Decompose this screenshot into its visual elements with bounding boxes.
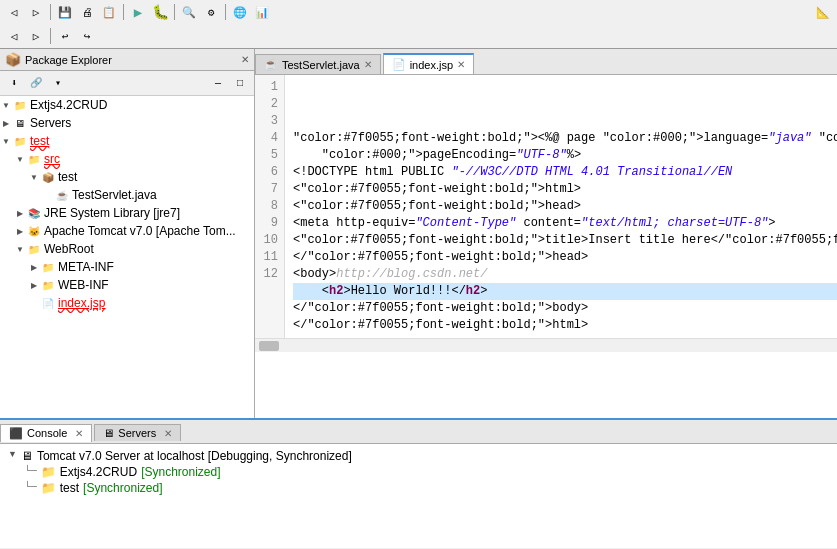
sidebar-minimize-btn[interactable]: — bbox=[208, 73, 228, 93]
console-item-text: Tomcat v7.0 Server at localhost [Debuggi… bbox=[37, 449, 352, 463]
line-number-2: 2 bbox=[261, 96, 278, 113]
toolbar-btn-4[interactable]: 🖨 bbox=[77, 2, 97, 22]
console-item-status: [Synchronized] bbox=[141, 465, 220, 479]
line-number-4: 4 bbox=[261, 130, 278, 147]
toolbar-btn-1[interactable]: ◁ bbox=[4, 2, 24, 22]
tree-item-5[interactable]: ▼📦test bbox=[0, 168, 254, 186]
bottom-tab-servers[interactable]: 🖥 Servers ✕ bbox=[94, 424, 181, 441]
package-explorer-icon: 📦 bbox=[5, 52, 21, 67]
bottom-tab-console[interactable]: ⬛ Console ✕ bbox=[0, 424, 92, 442]
code-line-3[interactable]: <!DOCTYPE html PUBLIC "-//W3C//DTD HTML … bbox=[293, 164, 837, 181]
toggle-icon[interactable]: ▶ bbox=[14, 209, 26, 218]
toggle-icon[interactable]: ▼ bbox=[0, 137, 12, 146]
sidebar-collapse-btn[interactable]: ⬇ bbox=[4, 73, 24, 93]
tree-item-4[interactable]: ▼📁 src bbox=[0, 150, 254, 168]
toolbar-btn-perspective[interactable]: 📐 bbox=[813, 2, 833, 22]
tree-item-3[interactable]: ▼📁 test bbox=[0, 132, 254, 150]
tab-close-icon[interactable]: ✕ bbox=[457, 59, 465, 70]
line-number-12: 12 bbox=[261, 266, 278, 283]
item-icon: 📁 bbox=[26, 151, 42, 167]
item-icon: 🐱 bbox=[26, 223, 42, 239]
tab-icon: 📄 bbox=[392, 58, 406, 71]
tab-close-icon[interactable]: ✕ bbox=[364, 59, 372, 70]
console-item-text: Extjs4.2CRUD bbox=[60, 465, 137, 479]
toggle-icon[interactable]: ▶ bbox=[14, 227, 26, 236]
sidebar-close-icon[interactable]: ✕ bbox=[241, 54, 249, 65]
toolbar-btn-run[interactable]: ▶ bbox=[128, 2, 148, 22]
toggle-icon[interactable]: ▼ bbox=[14, 245, 26, 254]
bottom-tab-close[interactable]: ✕ bbox=[164, 428, 172, 439]
item-label: WebRoot bbox=[44, 242, 94, 256]
toolbar-btn-7[interactable]: ⚙ bbox=[201, 2, 221, 22]
toolbar-btn-3[interactable]: 💾 bbox=[55, 2, 75, 22]
toolbar-btn-2[interactable]: ▷ bbox=[26, 2, 46, 22]
code-line-1[interactable]: "color:#7f0055;font-weight:bold;"><%@ pa… bbox=[293, 130, 837, 147]
toggle-icon[interactable]: ▼ bbox=[14, 155, 26, 164]
toolbar-btn-5[interactable]: 📋 bbox=[99, 2, 119, 22]
code-line-11[interactable]: </"color:#7f0055;font-weight:bold;">body… bbox=[293, 300, 837, 317]
toolbar-btn-forward[interactable]: ▷ bbox=[26, 26, 46, 46]
toolbar-btn-redo[interactable]: ↪ bbox=[77, 26, 97, 46]
code-line-6[interactable]: <meta http-equiv="Content-Type" content=… bbox=[293, 215, 837, 232]
code-line-8[interactable]: </"color:#7f0055;font-weight:bold;">head… bbox=[293, 249, 837, 266]
tab-label: TestServlet.java bbox=[282, 59, 360, 71]
line-number-6: 6 bbox=[261, 164, 278, 181]
sidebar-link-btn[interactable]: 🔗 bbox=[26, 73, 46, 93]
code-lines[interactable]: "color:#7f0055;font-weight:bold;"><%@ pa… bbox=[285, 75, 837, 338]
bottom-tab-icon: 🖥 bbox=[103, 427, 114, 439]
horizontal-scrollbar[interactable] bbox=[255, 338, 837, 352]
toolbar-btn-8[interactable]: 🌐 bbox=[230, 2, 250, 22]
tree-item-8[interactable]: ▶🐱Apache Tomcat v7.0 [Apache Tom... bbox=[0, 222, 254, 240]
toolbar-sep-3 bbox=[174, 4, 175, 20]
hscroll-thumb[interactable] bbox=[259, 341, 279, 351]
item-label: Apache Tomcat v7.0 [Apache Tom... bbox=[44, 224, 236, 238]
toggle-icon[interactable]: ▼ bbox=[28, 173, 40, 182]
tree-item-11[interactable]: ▶📁WEB-INF bbox=[0, 276, 254, 294]
tree-item-10[interactable]: ▶📁META-INF bbox=[0, 258, 254, 276]
bottom-tab-close[interactable]: ✕ bbox=[75, 428, 83, 439]
toggle-icon[interactable]: ▼ bbox=[0, 101, 12, 110]
tree-item-1[interactable]: ▼📁Extjs4.2CRUD bbox=[0, 96, 254, 114]
code-line-4[interactable]: <"color:#7f0055;font-weight:bold;">html> bbox=[293, 181, 837, 198]
toolbar-btn-back[interactable]: ◁ bbox=[4, 26, 24, 46]
sidebar: 📦 Package Explorer ✕ ⬇ 🔗 ▾ — □ ▼📁Extjs4.… bbox=[0, 49, 255, 418]
tab-testservlet[interactable]: ☕ TestServlet.java ✕ bbox=[255, 54, 381, 74]
toolbar-btn-6[interactable]: 🔍 bbox=[179, 2, 199, 22]
item-label: Servers bbox=[30, 116, 71, 130]
item-icon: 📁 bbox=[26, 241, 42, 257]
toolbar-btn-9[interactable]: 📊 bbox=[252, 2, 272, 22]
line-number-9: 9 bbox=[261, 215, 278, 232]
console-item-text: test bbox=[60, 481, 79, 495]
sidebar-title: Package Explorer bbox=[25, 54, 112, 66]
code-line-7[interactable]: <"color:#7f0055;font-weight:bold;">title… bbox=[293, 232, 837, 249]
tab-indexjsp[interactable]: 📄 index.jsp ✕ bbox=[383, 53, 474, 74]
toolbar-row-1: ◁ ▷ 💾 🖨 📋 ▶ 🐛 🔍 ⚙ 🌐 📊 📐 bbox=[0, 0, 837, 24]
toolbar-btn-undo[interactable]: ↩ bbox=[55, 26, 75, 46]
code-line-2[interactable]: "color:#000;">pageEncoding="UTF-8"%> bbox=[293, 147, 837, 164]
tree-item-2[interactable]: ▶🖥Servers bbox=[0, 114, 254, 132]
item-icon: 📦 bbox=[40, 169, 56, 185]
tree-item-12[interactable]: 📄 index.jsp bbox=[0, 294, 254, 312]
tab-label: index.jsp bbox=[410, 59, 453, 71]
toggle-icon[interactable]: ▶ bbox=[28, 263, 40, 272]
editor-tab-bar: ☕ TestServlet.java ✕📄 index.jsp ✕ bbox=[255, 49, 837, 75]
code-line-12[interactable]: </"color:#7f0055;font-weight:bold;">html… bbox=[293, 317, 837, 334]
sidebar-menu-btn[interactable]: ▾ bbox=[48, 73, 68, 93]
code-line-5[interactable]: <"color:#7f0055;font-weight:bold;">head> bbox=[293, 198, 837, 215]
tree-item-6[interactable]: ☕TestServlet.java bbox=[0, 186, 254, 204]
line-number-1: 1 bbox=[261, 79, 278, 96]
tree-item-7[interactable]: ▶📚JRE System Library [jre7] bbox=[0, 204, 254, 222]
code-editor[interactable]: 123456789101112 "color:#7f0055;font-weig… bbox=[255, 75, 837, 418]
editor-area: ☕ TestServlet.java ✕📄 index.jsp ✕ 123456… bbox=[255, 49, 837, 418]
sidebar-header: 📦 Package Explorer ✕ bbox=[0, 49, 254, 71]
code-line-10[interactable]: <h2>Hello World!!!</h2> bbox=[293, 283, 837, 300]
sidebar-maximize-btn[interactable]: □ bbox=[230, 73, 250, 93]
code-line-9[interactable]: <body>http://blog.csdn.net/ bbox=[293, 266, 837, 283]
toggle-icon[interactable]: ▶ bbox=[0, 119, 12, 128]
line-number-7: 7 bbox=[261, 181, 278, 198]
toggle-icon[interactable]: ▶ bbox=[28, 281, 40, 290]
tree-item-9[interactable]: ▼📁WebRoot bbox=[0, 240, 254, 258]
main-layout: 📦 Package Explorer ✕ ⬇ 🔗 ▾ — □ ▼📁Extjs4.… bbox=[0, 49, 837, 548]
item-icon: 📁 bbox=[12, 133, 28, 149]
toolbar-btn-debug[interactable]: 🐛 bbox=[150, 2, 170, 22]
